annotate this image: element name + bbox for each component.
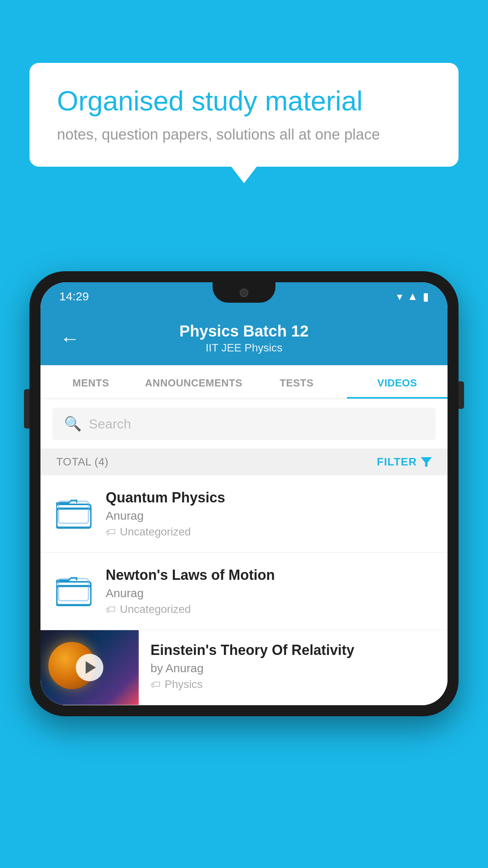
tab-tests[interactable]: TESTS [246, 365, 347, 399]
search-icon: 🔍 [64, 416, 82, 432]
header-titles: Physics Batch 12 IIT JEE Physics [92, 322, 396, 354]
back-button[interactable]: ← [60, 329, 80, 348]
search-box[interactable]: 🔍 Search [52, 408, 436, 440]
video-list: Quantum Physics Anurag 🏷 Uncategorized [40, 475, 448, 705]
bubble-subtitle: notes, question papers, solutions all at… [57, 126, 431, 143]
video-tag: 🏷 Physics [150, 678, 436, 691]
tag-icon: 🏷 [106, 603, 116, 616]
search-container: 🔍 Search [40, 399, 448, 449]
video-title: Quantum Physics [106, 489, 432, 506]
video-author: Anurag [106, 509, 432, 522]
tab-videos[interactable]: VIDEOS [347, 365, 448, 399]
video-tag: 🏷 Uncategorized [106, 603, 432, 616]
tag-label: Uncategorized [120, 603, 191, 616]
notch [213, 282, 275, 303]
video-info: Quantum Physics Anurag 🏷 Uncategorized [106, 489, 432, 538]
tag-icon: 🏷 [106, 526, 116, 538]
wifi-icon: ▾ [397, 290, 402, 303]
video-thumbnail [40, 630, 139, 705]
camera [240, 289, 248, 297]
video-author: by Anurag [150, 662, 436, 675]
play-button[interactable] [76, 654, 103, 681]
filter-button[interactable]: FILTER [377, 456, 432, 468]
folder-svg [56, 497, 92, 529]
tabs-bar: MENTS ANNOUNCEMENTS TESTS VIDEOS [40, 365, 448, 399]
play-triangle-icon [86, 661, 96, 674]
list-item[interactable]: Newton's Laws of Motion Anurag 🏷 Uncateg… [40, 553, 448, 630]
video-tag: 🏷 Uncategorized [106, 526, 432, 538]
filter-bar: TOTAL (4) FILTER [40, 449, 448, 475]
folder-icon [56, 575, 92, 608]
list-item[interactable]: Einstein's Theory Of Relativity by Anura… [40, 630, 448, 705]
filter-icon [421, 457, 432, 467]
video-info: Newton's Laws of Motion Anurag 🏷 Uncateg… [106, 567, 432, 616]
header-sub-titles: IIT JEE Physics [92, 342, 396, 354]
total-count: TOTAL (4) [56, 456, 108, 468]
tag-label: Physics [165, 678, 202, 691]
folder-icon [56, 497, 92, 530]
status-icons: ▾ ▲ ▮ [397, 290, 429, 303]
speech-bubble-wrapper: Organised study material notes, question… [29, 63, 459, 167]
app-header: ← Physics Batch 12 IIT JEE Physics [40, 311, 448, 365]
phone-frame: 14:29 ▾ ▲ ▮ ← Physics Batch 12 IIT JEE P… [29, 271, 459, 716]
tag-label: Uncategorized [120, 526, 191, 538]
video-info: Einstein's Theory Of Relativity by Anura… [139, 630, 448, 702]
list-item[interactable]: Quantum Physics Anurag 🏷 Uncategorized [40, 475, 448, 553]
filter-label: FILTER [377, 456, 417, 468]
tab-announcements[interactable]: ANNOUNCEMENTS [141, 365, 246, 399]
status-time: 14:29 [59, 290, 89, 303]
battery-icon: ▮ [423, 290, 429, 303]
status-bar: 14:29 ▾ ▲ ▮ [40, 282, 448, 311]
svg-rect-3 [57, 509, 91, 527]
phone-frame-wrapper: 14:29 ▾ ▲ ▮ ← Physics Batch 12 IIT JEE P… [29, 271, 459, 716]
phone-screen: 14:29 ▾ ▲ ▮ ← Physics Batch 12 IIT JEE P… [40, 282, 448, 705]
svg-marker-0 [421, 457, 432, 467]
video-title: Newton's Laws of Motion [106, 567, 432, 583]
video-author: Anurag [106, 587, 432, 600]
svg-rect-7 [57, 587, 91, 605]
bubble-title: Organised study material [57, 85, 431, 118]
tag-icon: 🏷 [150, 679, 161, 691]
tab-ments[interactable]: MENTS [40, 365, 141, 399]
search-input[interactable]: Search [89, 416, 131, 432]
speech-bubble: Organised study material notes, question… [29, 63, 459, 167]
folder-svg [56, 575, 92, 606]
video-title: Einstein's Theory Of Relativity [150, 642, 436, 658]
header-main-title: Physics Batch 12 [92, 322, 396, 340]
signal-icon: ▲ [407, 290, 418, 303]
